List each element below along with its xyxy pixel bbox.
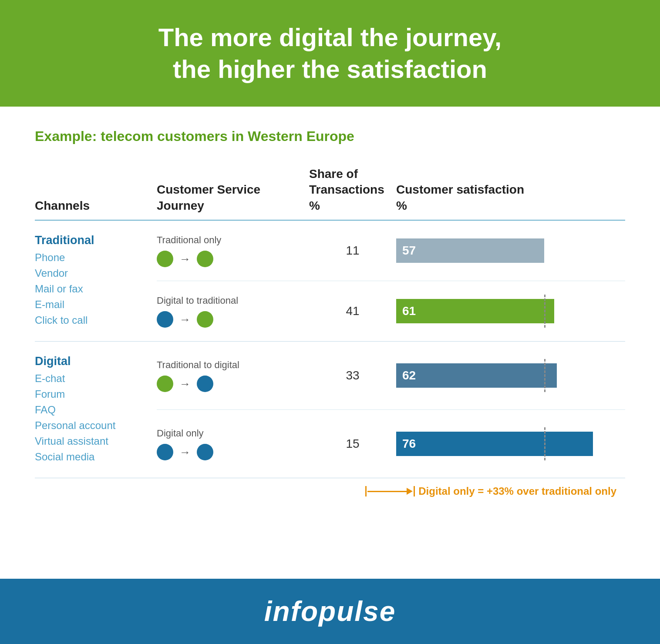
journey-cell: Digital only→ <box>157 427 309 461</box>
sub-row: Traditional only→1157 <box>157 221 625 281</box>
journey-circle-start <box>157 311 173 328</box>
share-cell: 15 <box>309 437 396 451</box>
col-header-channels: Channels <box>35 198 157 214</box>
channel-item: Virtual assistant <box>35 433 148 449</box>
journey-circle-start <box>157 251 173 267</box>
journey-circle-start <box>157 376 173 392</box>
satisfaction-cell: 62 <box>396 363 625 388</box>
channel-item: E-mail <box>35 297 148 312</box>
sub-row: Traditional to digital→3362 <box>157 342 625 410</box>
channel-item: E-chat <box>35 371 148 386</box>
journey-cell: Traditional to digital→ <box>157 359 309 392</box>
channels-cell-digital: DigitalE-chatForumFAQPersonal accountVir… <box>35 342 157 478</box>
channel-category-traditional: Traditional <box>35 234 148 247</box>
journey-circle-start <box>157 444 173 460</box>
bar-value-label: 57 <box>402 244 416 258</box>
journey-diagram: → <box>157 251 213 267</box>
channel-item: Mail or fax <box>35 281 148 297</box>
channel-category-digital: Digital <box>35 355 148 368</box>
journey-label: Traditional to digital <box>157 359 239 372</box>
satisfaction-cell: 57 <box>396 238 625 263</box>
footer-logo: infopulse <box>35 595 625 627</box>
journey-label: Traditional only <box>157 234 221 247</box>
channel-item: Phone <box>35 250 148 265</box>
col-header-journey: Customer Service Journey <box>157 182 309 214</box>
journey-diagram: → <box>157 311 213 328</box>
journey-label: Digital to traditional <box>157 295 238 307</box>
channel-item: Social media <box>35 449 148 465</box>
header-banner: The more digital the journey, the higher… <box>0 0 660 107</box>
journey-circle-end <box>197 444 213 460</box>
dashed-line <box>544 359 546 392</box>
section-traditional: TraditionalPhoneVendorMail or faxE-mailC… <box>35 221 625 342</box>
journey-diagram: → <box>157 376 213 392</box>
note-arrow-bar-left <box>365 486 367 496</box>
note-arrow-bar-right <box>414 486 415 496</box>
bar-value-label: 61 <box>402 304 416 318</box>
bar-value-label: 62 <box>402 369 416 382</box>
col-header-share: Share ofTransactions% <box>309 166 396 214</box>
channel-item: Personal account <box>35 418 148 433</box>
sections-container: TraditionalPhoneVendorMail or faxE-mailC… <box>35 221 625 478</box>
journey-arrow: → <box>179 446 191 459</box>
header-title-line2: the higher the satisfaction <box>173 55 487 83</box>
col-header-satisfaction: Customer satisfaction% <box>396 182 625 214</box>
satisfaction-bar: 61 <box>396 299 554 323</box>
footer: infopulse <box>0 579 660 644</box>
share-cell: 11 <box>309 244 396 258</box>
bar-container: 76 <box>396 432 616 456</box>
journey-arrow: → <box>179 252 191 266</box>
share-cell: 33 <box>309 369 396 382</box>
journey-arrow: → <box>179 377 191 391</box>
channel-item: FAQ <box>35 402 148 418</box>
journey-circle-end <box>197 251 213 267</box>
dashed-line <box>544 295 546 328</box>
bottom-note-row: Digital only = +33% over traditional onl… <box>157 478 625 502</box>
bar-value-label: 76 <box>402 437 416 451</box>
satisfaction-bar: 62 <box>396 363 557 388</box>
journey-circle-end <box>197 311 213 328</box>
journey-diagram: → <box>157 444 213 460</box>
satisfaction-bar: 76 <box>396 432 593 456</box>
channels-cell-traditional: TraditionalPhoneVendorMail or faxE-mailC… <box>35 221 157 341</box>
bar-container: 61 <box>396 299 616 323</box>
channel-item: Click to call <box>35 312 148 328</box>
channel-item: Vendor <box>35 265 148 281</box>
header-title: The more digital the journey, the higher… <box>35 22 625 85</box>
journey-group-digital: Traditional to digital→3362Digital only→… <box>157 342 625 478</box>
satisfaction-bar: 57 <box>396 238 544 263</box>
journey-circle-end <box>197 376 213 392</box>
section-digital: DigitalE-chatForumFAQPersonal accountVir… <box>35 342 625 478</box>
satisfaction-cell: 76 <box>396 432 625 456</box>
journey-cell: Digital to traditional→ <box>157 295 309 328</box>
journey-group-traditional: Traditional only→1157Digital to traditio… <box>157 221 625 341</box>
note-arrow-line <box>367 491 407 492</box>
journey-label: Digital only <box>157 427 204 440</box>
bar-container: 62 <box>396 363 616 388</box>
subtitle: Example: telecom customers in Western Eu… <box>35 128 625 144</box>
sub-row: Digital only→1576 <box>157 410 625 478</box>
journey-arrow: → <box>179 313 191 326</box>
journey-cell: Traditional only→ <box>157 234 309 268</box>
satisfaction-cell: 61 <box>396 299 625 323</box>
column-headers: Channels Customer Service Journey Share … <box>35 166 625 221</box>
note-arrow-head <box>407 488 413 495</box>
bar-container: 57 <box>396 238 616 263</box>
header-title-line1: The more digital the journey, <box>158 23 502 51</box>
dashed-line <box>544 427 546 460</box>
main-content: Example: telecom customers in Western Eu… <box>0 107 660 579</box>
channel-item: Forum <box>35 386 148 402</box>
note-arrow <box>365 486 415 496</box>
sub-row: Digital to traditional→4161 <box>157 281 625 341</box>
share-cell: 41 <box>309 304 396 318</box>
bottom-note-text: Digital only = +33% over traditional onl… <box>418 485 616 497</box>
